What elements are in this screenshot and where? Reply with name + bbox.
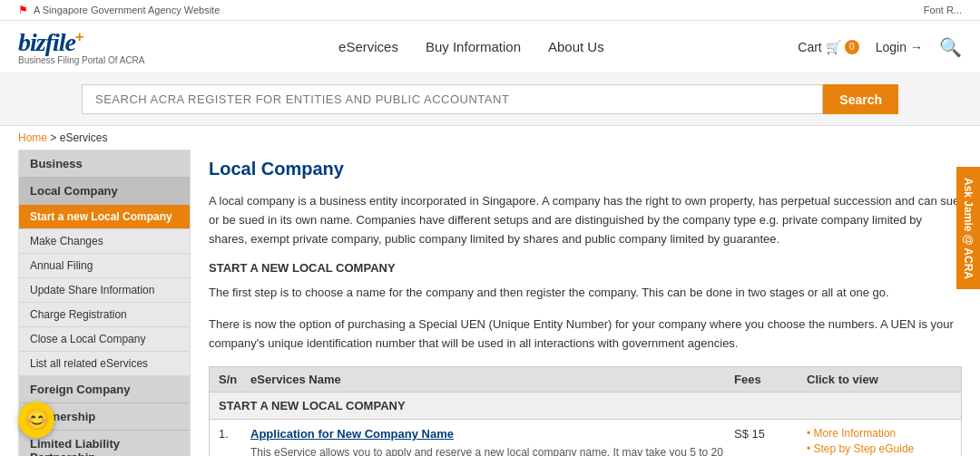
table-sub-heading: START A NEW LOCAL COMPANY [209,393,962,420]
col-header-name: eServices Name [250,373,734,386]
sidebar-item-close[interactable]: Close a Local Company [19,327,190,352]
table-header: S/n eServices Name Fees Click to view [209,366,962,393]
row-name-desc: This eService allows you to apply and re… [250,444,734,456]
flag-icon: ⚑ [18,4,28,16]
row-link-eguide[interactable]: • Step by Step eGuide(PDF,1368KB) [807,442,952,456]
content-area: Local Company A local company is a busin… [209,150,962,456]
sidebar-item-list-all[interactable]: List all related eServices [19,352,190,376]
smiley-icon: 😊 [24,408,49,432]
table-row: 1. Application for New Company Name This… [209,420,962,456]
content-para2: The first step is to choose a name for t… [209,284,962,303]
ask-jamie-widget[interactable]: Ask Jamie @ ACRA [956,167,980,290]
cart-count: 0 [845,40,859,54]
content-para1: A local company is a business entity inc… [209,192,962,248]
search-button[interactable]: Search [823,84,898,114]
breadcrumb-home[interactable]: Home [18,131,47,144]
sidebar-category-local-company[interactable]: Local Company [19,178,190,205]
sidebar-item-update-share[interactable]: Update Share Information [19,278,190,303]
smiley-widget[interactable]: 😊 [18,402,54,438]
login-icon: → [910,40,923,54]
sidebar-item-charge-reg[interactable]: Charge Registration [19,303,190,327]
gov-notice: ⚑ A Singapore Government Agency Website [18,4,220,16]
row-name: Application for New Company Name This eS… [250,427,734,456]
gov-text: A Singapore Government Agency Website [34,5,220,15]
top-bar: ⚑ A Singapore Government Agency Website … [0,0,980,21]
row-link-more-info[interactable]: • More Information [807,427,952,440]
search-bar: Search [82,84,898,114]
col-header-click: Click to view [807,373,952,386]
logo-plus: + [75,29,83,44]
col-header-sn: S/n [219,373,250,386]
login-button[interactable]: Login → [876,40,923,54]
main-nav: eServices Buy Information About Us [338,39,604,54]
sidebar-category-business[interactable]: Business [19,150,190,178]
logo[interactable]: bizfile+ Business Filing Portal Of ACRA [18,28,145,65]
content-para3: There is now the option of purchasing a … [209,315,962,354]
row-fees: S$ 15 [734,427,807,456]
breadcrumb-separator: > [47,131,60,144]
search-bar-area: Search [0,73,980,126]
logo-text: bizfile+ [18,28,145,57]
row-sn: 1. [219,427,250,456]
sidebar-item-start-new[interactable]: Start a new Local Company [19,205,190,229]
main-layout: Business Local Company Start a new Local… [0,150,980,456]
section-heading-1: START A NEW LOCAL COMPANY [209,261,962,275]
cart-label: Cart [798,40,821,54]
header-right: Cart 🛒 0 Login → 🔍 [798,36,962,58]
ask-jamie-label: Ask Jamie @ ACRA [962,178,975,279]
page-title: Local Company [209,159,962,179]
cart-button[interactable]: Cart 🛒 0 [798,40,858,54]
font-resize[interactable]: Font R... [924,5,962,15]
cart-icon: 🛒 [826,40,841,54]
sidebar-item-make-changes[interactable]: Make Changes [19,229,190,254]
search-input[interactable] [82,84,823,114]
nav-buy-info[interactable]: Buy Information [426,39,521,54]
logo-tagline: Business Filing Portal Of ACRA [18,55,145,65]
row-name-link[interactable]: Application for New Company Name [250,427,454,441]
sidebar-category-foreign-company[interactable]: Foreign Company [19,376,190,403]
breadcrumb-current: eServices [60,131,108,144]
logo-file: file [45,28,75,56]
col-header-fees: Fees [734,373,807,386]
nav-eservices[interactable]: eServices [338,39,398,54]
row-click: • More Information • Step by Step eGuide… [807,427,952,456]
nav-about-us[interactable]: About Us [548,39,604,54]
header: bizfile+ Business Filing Portal Of ACRA … [0,21,980,73]
sidebar-item-annual-filing[interactable]: Annual Filing [19,254,190,278]
breadcrumb: Home > eServices [0,126,980,150]
logo-biz: biz [18,28,45,56]
login-label: Login [876,40,906,54]
search-icon-button[interactable]: 🔍 [939,36,962,58]
